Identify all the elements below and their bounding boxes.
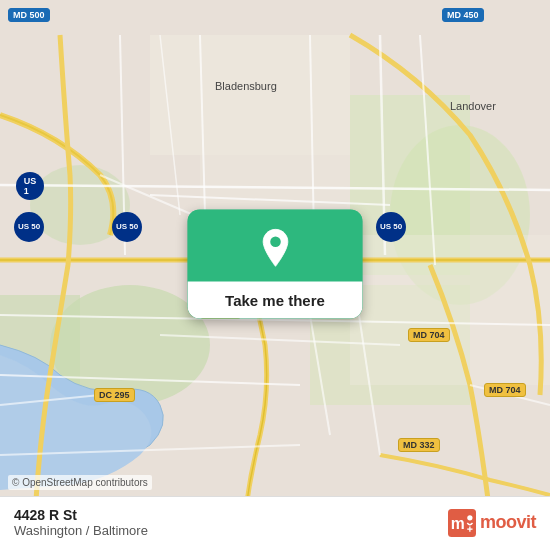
city-line: Washington / Baltimore <box>14 523 148 538</box>
svg-point-34 <box>467 515 472 520</box>
cta-label[interactable]: Take me there <box>188 282 363 319</box>
moovit-brand-name: moovit <box>480 512 536 533</box>
svg-text:Bladensburg: Bladensburg <box>215 80 277 92</box>
cta-icon-area <box>188 210 363 282</box>
address-line: 4428 R St <box>14 507 148 523</box>
moovit-logo: m moovit <box>448 509 536 537</box>
location-pin-icon <box>253 228 297 272</box>
svg-rect-7 <box>150 35 350 155</box>
svg-text:m: m <box>451 515 465 532</box>
bottom-bar: 4428 R St Washington / Baltimore m moovi… <box>0 496 550 550</box>
address-container: 4428 R St Washington / Baltimore <box>14 507 148 538</box>
svg-point-31 <box>270 236 281 247</box>
moovit-icon: m <box>448 509 476 537</box>
cta-card[interactable]: Take me there <box>188 210 363 319</box>
svg-text:Landover: Landover <box>450 100 496 112</box>
map-attribution: © OpenStreetMap contributors <box>8 475 152 490</box>
map-container: Bladensburg Landover MD 500 MD 450 US1 U… <box>0 0 550 550</box>
